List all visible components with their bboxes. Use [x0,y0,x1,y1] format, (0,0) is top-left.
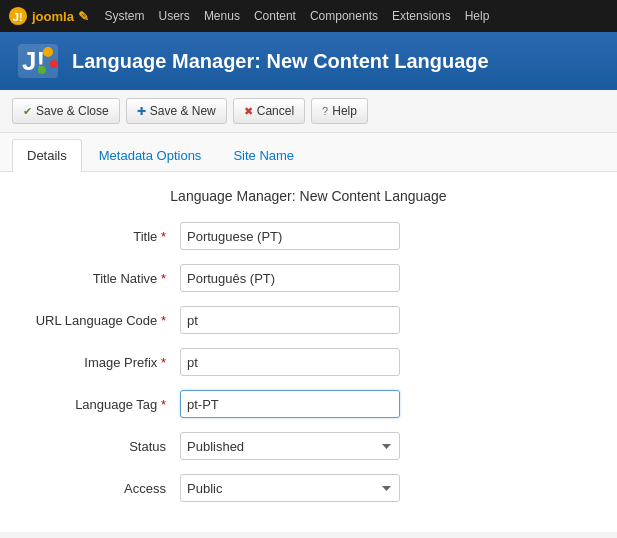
toolbar: ✔ Save & Close ✚ Save & New ✖ Cancel ? H… [0,90,617,133]
save-new-label: Save & New [150,104,216,118]
tabs-bar: Details Metadata Options Site Name [0,133,617,172]
nav-content[interactable]: Content [254,9,296,23]
image-prefix-label: Image Prefix * [20,355,180,370]
tab-details-label: Details [27,148,67,163]
help-icon: ? [322,105,328,117]
form-section-title: Language Manager: New Content Language [20,188,597,204]
title-native-label: Title Native * [20,271,180,286]
cancel-label: Cancel [257,104,294,118]
access-label: Access [20,481,180,496]
url-language-code-label: URL Language Code * [20,313,180,328]
cancel-button[interactable]: ✖ Cancel [233,98,305,124]
url-language-code-row: URL Language Code * [20,306,597,334]
tab-sitename[interactable]: Site Name [218,139,309,171]
nav-users[interactable]: Users [159,9,190,23]
image-prefix-input[interactable] [180,348,400,376]
title-native-row: Title Native * [20,264,597,292]
tab-metadata[interactable]: Metadata Options [84,139,217,171]
plus-icon: ✚ [137,105,146,118]
title-input[interactable] [180,222,400,250]
page-title: Language Manager: New Content Language [72,50,489,73]
help-label: Help [332,104,357,118]
svg-text:J!: J! [13,10,24,24]
save-new-button[interactable]: ✚ Save & New [126,98,227,124]
title-native-required: * [161,271,166,286]
access-row: Access Public Guest Registered Special S… [20,474,597,502]
save-close-label: Save & Close [36,104,109,118]
image-prefix-row: Image Prefix * [20,348,597,376]
status-label: Status [20,439,180,454]
language-tag-row: Language Tag * [20,390,597,418]
title-row: Title * [20,222,597,250]
status-row: Status Published Unpublished [20,432,597,460]
nav-components[interactable]: Components [310,9,378,23]
cancel-icon: ✖ [244,105,253,118]
nav-help[interactable]: Help [465,9,490,23]
form-content: Language Manager: New Content Language T… [0,172,617,532]
nav-system[interactable]: System [105,9,145,23]
tab-metadata-label: Metadata Options [99,148,202,163]
svg-point-4 [43,47,53,57]
page-header: J! Language Manager: New Content Languag… [0,32,617,90]
title-label: Title * [20,229,180,244]
top-navigation: J! joomla ✎ System Users Menus Content C… [0,0,617,32]
title-native-input[interactable] [180,264,400,292]
nav-links: System Users Menus Content Components Ex… [105,9,490,23]
joomla-logo: J! [16,42,60,80]
joomla-logo-nav[interactable]: J! joomla ✎ [8,6,89,26]
nav-menus[interactable]: Menus [204,9,240,23]
checkmark-icon: ✔ [23,105,32,118]
nav-extensions[interactable]: Extensions [392,9,451,23]
joomla-nav-text[interactable]: joomla ✎ [32,9,89,24]
svg-point-6 [38,66,46,74]
url-language-code-input[interactable] [180,306,400,334]
tab-sitename-label: Site Name [233,148,294,163]
language-tag-required: * [161,397,166,412]
url-code-required: * [161,313,166,328]
save-close-button[interactable]: ✔ Save & Close [12,98,120,124]
help-button[interactable]: ? Help [311,98,368,124]
language-tag-input[interactable] [180,390,400,418]
svg-point-5 [50,60,58,68]
status-select[interactable]: Published Unpublished [180,432,400,460]
image-prefix-required: * [161,355,166,370]
title-required: * [161,229,166,244]
language-tag-label: Language Tag * [20,397,180,412]
tab-details[interactable]: Details [12,139,82,172]
access-select[interactable]: Public Guest Registered Special Super Us… [180,474,400,502]
